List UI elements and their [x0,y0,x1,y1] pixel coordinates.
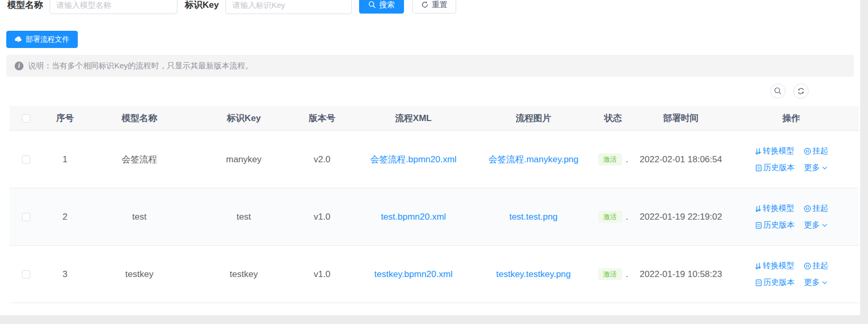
process-table: 序号 模型名称 标识Key 版本号 流程XML 流程图片 状态 部署时间 操作 … [9,106,859,303]
row-checkbox[interactable] [22,155,30,164]
header-key: 标识Key [192,106,296,130]
table-row: 3 testkey testkey v1.0 testkey.bpmn20.xm… [9,246,859,303]
xml-file-link[interactable]: test.bpmn20.xml [381,212,446,222]
status-badge: 激活 [598,211,622,223]
suspend-link[interactable]: 挂起 [804,146,828,156]
toggle-search-button[interactable] [770,83,786,99]
image-file-link[interactable]: 会签流程.manykey.png [489,153,579,165]
pause-circle-icon [804,148,811,155]
convert-model-link[interactable]: 转换模型 [755,261,794,271]
row-index: 1 [43,131,87,188]
document-icon [755,164,762,172]
history-version-link[interactable]: 历史版本 [755,163,795,173]
suspend-link[interactable]: 挂起 [804,203,828,213]
chevron-down-icon [822,165,828,171]
more-dropdown[interactable]: 更多 [804,163,828,173]
history-version-link[interactable]: 历史版本 [755,278,795,287]
image-file-link[interactable]: test.test.png [509,212,558,222]
deploy-time-cell: 2022-01-19 22:19:02 [638,188,724,245]
header-actions: 操作 [724,106,859,130]
header-deploy-time: 部署时间 [638,106,724,130]
history-version-link[interactable]: 历史版本 [755,220,795,230]
row-index: 3 [43,246,87,303]
model-name-cell: testkey [87,246,192,303]
image-file-link[interactable]: testkey.testkey.png [496,269,571,280]
bottom-gutter [0,315,868,324]
model-name-cell: 会签流程 [87,131,192,188]
search-form: 模型名称 标识Key 搜索 重置 [0,0,860,18]
notice-banner: i 说明：当有多个相同标识Key的流程时，只显示其最新版本流程。 [6,55,854,77]
row-index: 2 [43,188,87,245]
info-icon: i [15,62,23,70]
xml-file-link[interactable]: testkey.bpmn20.xml [374,269,453,280]
model-name-label: 模型名称 [7,0,43,11]
upload-cloud-icon [15,35,22,43]
key-label: 标识Key [185,0,219,11]
suspend-link[interactable]: 挂起 [804,261,828,271]
header-version: 版本号 [296,106,348,130]
xml-file-link[interactable]: 会签流程.bpmn20.xml [370,153,456,165]
convert-model-link[interactable]: 转换模型 [755,146,794,156]
status-dot: . [626,212,628,222]
chevron-down-icon [822,280,828,286]
sort-arrows-icon [755,148,762,155]
table-header-row: 序号 模型名称 标识Key 版本号 流程XML 流程图片 状态 部署时间 操作 [9,106,859,131]
convert-model-link[interactable]: 转换模型 [755,203,794,213]
sort-arrows-icon [755,205,762,212]
notice-text: 说明：当有多个相同标识Key的流程时，只显示其最新版本流程。 [28,61,253,71]
key-cell: test [192,188,296,245]
key-input[interactable] [225,0,352,14]
header-status: 状态 [588,106,638,130]
version-cell: v2.0 [296,131,348,188]
pause-circle-icon [804,262,811,270]
header-image: 流程图片 [479,106,588,130]
row-checkbox[interactable] [22,270,30,279]
key-cell: manykey [192,131,296,188]
refresh-table-button[interactable] [793,83,808,99]
header-index: 序号 [43,106,87,130]
reset-button[interactable]: 重置 [412,0,456,14]
header-xml: 流程XML [348,106,479,130]
search-button[interactable]: 搜索 [359,0,404,14]
deploy-process-button[interactable]: 部署流程文件 [6,31,78,48]
deploy-time-cell: 2022-01-19 10:58:23 [638,246,724,303]
select-all-checkbox[interactable] [22,114,30,123]
deploy-time-cell: 2022-02-01 18:06:54 [638,131,724,188]
table-toolbar [770,83,808,99]
version-cell: v1.0 [296,246,348,303]
document-icon [755,279,762,286]
version-cell: v1.0 [296,188,348,245]
header-model-name: 模型名称 [87,106,192,130]
table-row: 1 会签流程 manykey v2.0 会签流程.bpmn20.xml 会签流程… [9,131,859,188]
status-dot: . [626,154,628,165]
status-badge: 激活 [598,268,622,280]
search-icon [368,1,376,8]
status-dot: . [626,269,628,280]
sort-arrows-icon [755,262,762,270]
row-checkbox[interactable] [22,213,30,221]
key-cell: testkey [192,246,296,303]
table-row: 2 test test v1.0 test.bpmn20.xml test.te… [9,188,859,246]
chevron-down-icon [822,222,828,229]
pause-circle-icon [804,205,811,212]
search-icon [774,87,782,95]
model-name-input[interactable] [50,0,177,14]
model-name-cell: test [87,188,192,245]
document-icon [755,222,762,229]
more-dropdown[interactable]: 更多 [804,220,828,230]
refresh-icon [797,87,805,95]
refresh-icon [421,1,429,8]
right-gutter [860,0,868,324]
more-dropdown[interactable]: 更多 [804,278,828,287]
status-badge: 激活 [598,153,622,165]
